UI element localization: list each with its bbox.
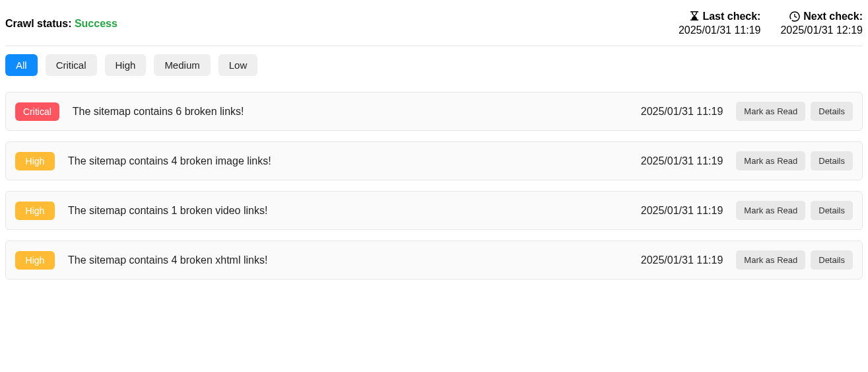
details-button[interactable]: Details <box>811 250 853 270</box>
issue-row: CriticalThe sitemap contains 6 broken li… <box>5 92 863 131</box>
hourglass-icon <box>690 11 699 22</box>
mark-as-read-button[interactable]: Mark as Read <box>736 102 805 121</box>
issue-row: HighThe sitemap contains 4 broken xhtml … <box>5 241 863 279</box>
issue-time: 2025/01/31 11:19 <box>641 254 723 266</box>
details-button[interactable]: Details <box>811 102 853 121</box>
issue-row: HighThe sitemap contains 1 broken video … <box>5 191 863 230</box>
header: Crawl status: Success Last check: 2025/0… <box>5 5 863 46</box>
mark-as-read-button[interactable]: Mark as Read <box>736 151 805 170</box>
issue-message: The sitemap contains 4 broken xhtml link… <box>68 254 641 266</box>
last-check-label: Last check: <box>702 11 760 22</box>
issue-time: 2025/01/31 11:19 <box>641 155 723 167</box>
history-icon <box>789 11 800 22</box>
severity-badge: High <box>15 202 55 220</box>
crawl-status-value: Success <box>75 18 117 29</box>
crawl-status: Crawl status: Success <box>5 18 117 30</box>
issue-time: 2025/01/31 11:19 <box>641 106 723 118</box>
issue-message: The sitemap contains 4 broken image link… <box>68 155 641 167</box>
filter-tab-medium[interactable]: Medium <box>154 54 210 76</box>
filter-tab-high[interactable]: High <box>105 54 147 76</box>
check-info: Last check: 2025/01/31 11:19 Next check:… <box>679 11 863 36</box>
last-check-time: 2025/01/31 11:19 <box>679 24 761 36</box>
severity-badge: High <box>15 152 55 170</box>
issues-list: CriticalThe sitemap contains 6 broken li… <box>5 92 863 279</box>
details-button[interactable]: Details <box>811 201 853 220</box>
mark-as-read-button[interactable]: Mark as Read <box>736 250 805 270</box>
mark-as-read-button[interactable]: Mark as Read <box>736 201 805 220</box>
issue-row: HighThe sitemap contains 4 broken image … <box>5 141 863 180</box>
next-check-block: Next check: 2025/01/31 12:19 <box>780 11 863 36</box>
next-check-label: Next check: <box>803 11 863 22</box>
issue-time: 2025/01/31 11:19 <box>641 205 723 217</box>
crawl-status-label: Crawl status: <box>5 18 71 29</box>
filter-tab-critical[interactable]: Critical <box>46 54 97 76</box>
issue-message: The sitemap contains 1 broken video link… <box>68 205 641 217</box>
severity-badge: Critical <box>15 102 59 121</box>
filter-tab-low[interactable]: Low <box>218 54 258 76</box>
next-check-label-row: Next check: <box>780 11 863 22</box>
issue-message: The sitemap contains 6 broken links! <box>73 106 641 118</box>
next-check-time: 2025/01/31 12:19 <box>780 24 863 36</box>
filter-tab-all[interactable]: All <box>5 54 38 76</box>
last-check-label-row: Last check: <box>679 11 761 22</box>
severity-badge: High <box>15 251 55 270</box>
details-button[interactable]: Details <box>811 151 853 170</box>
last-check-block: Last check: 2025/01/31 11:19 <box>679 11 761 36</box>
filter-tabs: All Critical High Medium Low <box>5 54 863 76</box>
